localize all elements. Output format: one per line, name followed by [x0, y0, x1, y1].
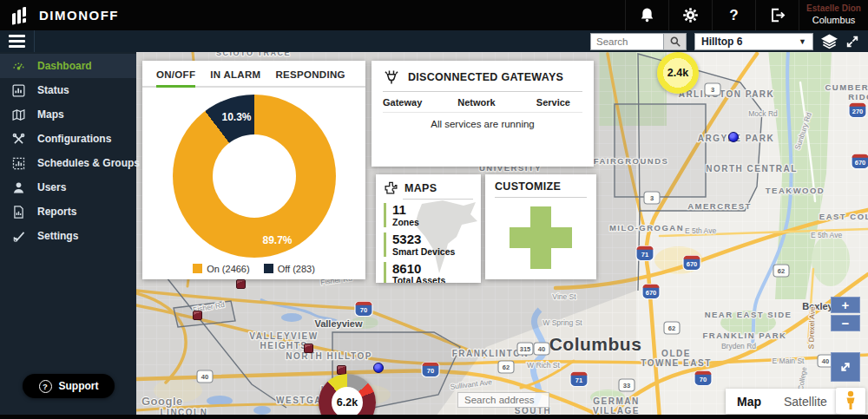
map-label: Vine St [552, 292, 576, 301]
device-marker-maroon[interactable] [193, 311, 202, 320]
map-label: W Rich St [527, 361, 560, 370]
dimonoff-logo-icon [10, 6, 31, 25]
site-select[interactable]: Hilltop 6 ▼ [694, 33, 813, 50]
expand-button[interactable] [845, 35, 859, 49]
map-label: HEIGHTS [260, 341, 308, 350]
map-type-satellite-button[interactable]: Satellite [773, 389, 838, 414]
address-search-input[interactable] [457, 392, 549, 408]
user-menu[interactable]: Estaelle Dion Columbus [799, 0, 868, 30]
map-label: GERMAN [593, 396, 639, 406]
brand-name: DIMONOFF [39, 8, 119, 23]
cluster-count: 2.4k [667, 67, 688, 79]
tab-in-alarm[interactable]: IN ALARM [210, 69, 260, 88]
notifications-button[interactable] [625, 0, 668, 30]
sidebar-item-label: Configurations [37, 133, 111, 145]
search-box [590, 33, 687, 50]
topbar-actions: ? Estaelle Dion Columbus [625, 0, 868, 30]
sidebar-item-settings[interactable]: Settings [0, 224, 136, 248]
menu-toggle-button[interactable] [0, 30, 35, 52]
device-marker-maroon[interactable] [236, 279, 246, 289]
configurations-icon [11, 132, 26, 147]
device-marker-maroon[interactable] [304, 344, 313, 353]
magnifier-icon [669, 36, 681, 48]
svg-text:670: 670 [646, 289, 657, 297]
interstate-shield-270: 270 [849, 103, 866, 118]
legend-label: Off (283) [278, 264, 315, 274]
svg-text:62: 62 [778, 267, 785, 275]
logout-button[interactable] [755, 0, 799, 30]
settings-gear-button[interactable] [668, 0, 712, 30]
gateways-columns: GatewayNetworkService [383, 97, 582, 108]
map-label: MILO-GROGAN [609, 223, 684, 232]
map-label: SCIOTO TRACE [216, 52, 291, 57]
gateways-column-network: Network [445, 97, 508, 108]
layers-icon [821, 33, 838, 49]
tab-responding[interactable]: RESPONDING [275, 69, 345, 88]
svg-text:33: 33 [623, 382, 630, 390]
legend-label: On (2466) [207, 264, 250, 274]
zoom-out-button[interactable]: − [831, 315, 860, 331]
add-widget-button[interactable] [510, 206, 572, 269]
svg-text:270: 270 [852, 108, 864, 115]
device-cluster-2-4k[interactable]: 2.4k [657, 52, 699, 94]
legend-swatch [193, 264, 202, 273]
dashboard-icon [11, 59, 26, 74]
help-button[interactable]: ? [712, 0, 755, 30]
route-shield-40: 40 [197, 370, 213, 383]
sidebar-item-schedules-groups[interactable]: Schedules & Groups [0, 151, 136, 175]
expand-arrows-icon [845, 35, 859, 49]
svg-text:70: 70 [700, 376, 707, 383]
legend-item-off: Off (283) [264, 264, 315, 274]
customize-card: CUSTOMIZE [485, 174, 596, 279]
user-location: Columbus [812, 15, 856, 27]
interstate-shield-70: 70 [422, 363, 439, 377]
map-label: Bryden Rd [721, 342, 756, 350]
maps-card: MAPS 11Zones5323Smart Devices8610Total A… [376, 174, 481, 283]
sidebar-item-dashboard[interactable]: Dashboard [0, 54, 136, 78]
svg-text:670: 670 [687, 260, 698, 268]
sidebar-item-status[interactable]: Status [0, 78, 136, 102]
map-canvas[interactable]: SCIOTO TRACEARLINGTON PARKARGYLE PARKNOR… [136, 52, 868, 419]
map-label: RIDGE [848, 92, 868, 101]
device-marker-blue[interactable] [373, 363, 384, 373]
svg-text:70: 70 [360, 306, 367, 314]
map-label: FRANKLIN PARK [703, 331, 787, 340]
search-submit-button[interactable] [663, 33, 687, 50]
svg-text:71: 71 [641, 251, 648, 259]
status-card: ON/OFFIN ALARMRESPONDING 10.3% 89.7% On … [142, 61, 365, 279]
stat-label: Smart Devices [392, 246, 473, 257]
pegman-button[interactable] [836, 388, 865, 414]
support-button[interactable]: ? Support [23, 374, 115, 398]
cluster-count: 6.2k [332, 387, 363, 418]
sidebar-item-users[interactable]: Users [0, 175, 136, 200]
search-input[interactable] [590, 33, 663, 50]
stat-value: 11 [392, 203, 473, 217]
sidebar-item-label: Settings [37, 230, 78, 242]
layers-button[interactable] [821, 33, 838, 49]
plug-icon [383, 69, 400, 86]
svg-text:40: 40 [201, 373, 208, 381]
map-type-map-button[interactable]: Map [726, 389, 773, 414]
brand[interactable]: DIMONOFF [0, 6, 119, 25]
device-marker-blue[interactable] [728, 132, 739, 142]
stat-smart-devices: 5323Smart Devices [384, 232, 473, 257]
zoom-in-button[interactable]: + [831, 297, 860, 313]
users-icon [11, 180, 26, 195]
stat-value: 8610 [392, 262, 473, 276]
map-label: E 5th Ave [685, 226, 717, 235]
sidebar-item-configurations[interactable]: Configurations [0, 127, 136, 151]
gateways-column-service: Service [508, 97, 582, 108]
onoff-donut-chart[interactable]: 10.3% 89.7% [173, 95, 336, 258]
svg-text:40: 40 [822, 357, 829, 365]
sidebar-item-maps[interactable]: Maps [0, 102, 136, 127]
schedules-icon [11, 156, 26, 171]
toolbar: Hilltop 6 ▼ [0, 30, 868, 52]
interstate-shield-670: 670 [852, 154, 868, 169]
sidebar-item-reports[interactable]: Reports [0, 200, 136, 224]
maps-stats: 11Zones5323Smart Devices8610Total Assets [384, 203, 473, 283]
route-shield-3: 3 [705, 83, 720, 95]
status-tabs: ON/OFFIN ALARMRESPONDING [142, 61, 365, 88]
fullscreen-button[interactable] [831, 352, 860, 382]
tab-on-off[interactable]: ON/OFF [156, 69, 195, 88]
map-label: Bexley [802, 301, 833, 311]
